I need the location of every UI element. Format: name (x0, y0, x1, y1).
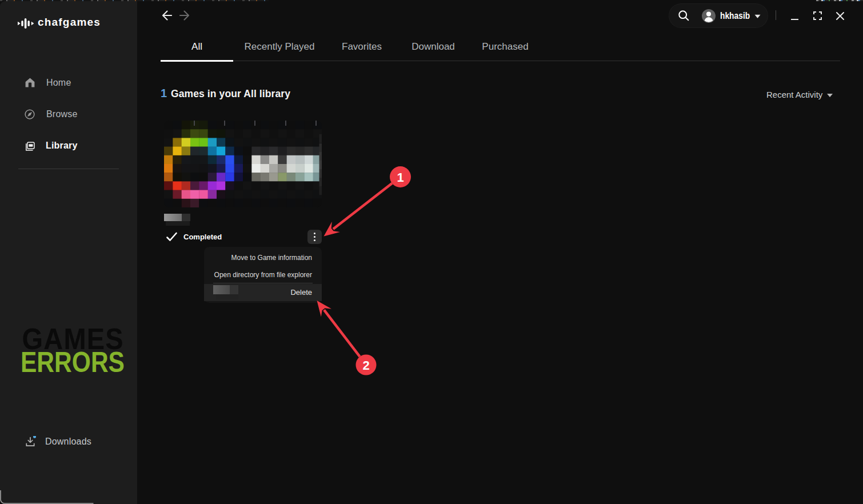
svg-text:2: 2 (362, 358, 369, 373)
svg-text:1: 1 (397, 170, 403, 185)
